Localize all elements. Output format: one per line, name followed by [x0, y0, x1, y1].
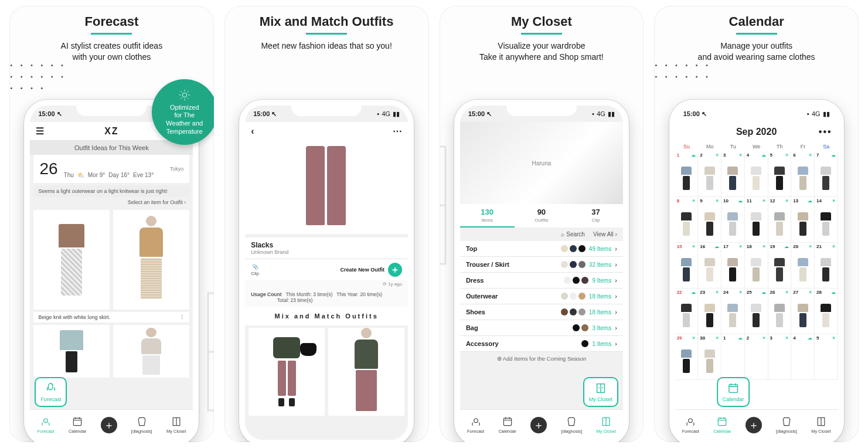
calendar-cell[interactable]: 13☁ — [791, 197, 815, 243]
more-icon[interactable]: ⋮ — [179, 314, 185, 320]
outfit-suggestions-2 — [30, 323, 193, 380]
month-label[interactable]: Sep 2020 — [736, 127, 777, 137]
calendar-cell[interactable]: 28☁ — [815, 289, 838, 334]
slot-title: Mix and Match Outfits — [230, 14, 423, 35]
calendar-cell[interactable]: 5☀ — [815, 334, 838, 380]
outfit-tile[interactable] — [328, 328, 404, 416]
calendar-cell[interactable]: 2☀ — [745, 334, 768, 380]
calendar-cell[interactable]: 14☀ — [815, 197, 838, 243]
outfit-tile[interactable] — [113, 325, 189, 378]
calendar-cell[interactable]: 26☀ — [768, 289, 792, 334]
calendar-cell[interactable]: 15☀ — [675, 243, 699, 289]
viewall-button[interactable]: View All › — [593, 231, 617, 237]
category-row[interactable]: Trouser / Skirt32 Items› — [460, 257, 623, 273]
category-row[interactable]: Outerwear18 Items› — [460, 289, 623, 304]
outfit-tile[interactable] — [33, 325, 110, 378]
segment-items[interactable]: 130Items — [460, 204, 515, 228]
category-row[interactable]: Top49 Items› — [460, 241, 623, 257]
calendar-cell[interactable]: 30☀ — [698, 334, 721, 380]
weather-card[interactable]: 26 Tokyo Thu ⛅ Mor 9° Day 16° Eve 13° — [33, 155, 189, 183]
calendar-cell[interactable]: 12☀ — [768, 197, 792, 243]
svg-point-17 — [44, 419, 48, 423]
calendar-cell[interactable]: 21☀ — [815, 243, 838, 289]
calendar-cell[interactable]: 18☀ — [745, 243, 768, 289]
float-tab-forecast[interactable]: Forecast — [35, 377, 67, 407]
svg-point-37 — [689, 419, 693, 423]
tab-closet[interactable]: My Closet — [596, 416, 615, 434]
tab-closet[interactable]: My Closet — [811, 416, 830, 434]
outfit-suggestions — [30, 208, 193, 312]
tab-calendar[interactable]: Calendar — [713, 416, 731, 434]
svg-point-33 — [686, 76, 687, 77]
dow: Thu — [64, 172, 74, 178]
calendar-cell[interactable]: 7☁ — [815, 151, 838, 197]
calendar-cell[interactable]: 27☀ — [791, 289, 815, 334]
calendar-cell[interactable]: 17☀ — [721, 243, 745, 289]
calendar-cell[interactable]: 11☀ — [745, 197, 768, 243]
svg-point-31 — [665, 76, 667, 77]
tab-closet[interactable]: My Closet — [166, 416, 186, 434]
select-item-link[interactable]: Select an item for Outfit › — [30, 197, 193, 208]
calendar-cell[interactable]: 1☁ — [675, 151, 699, 197]
svg-point-14 — [30, 87, 32, 89]
calendar-cell[interactable]: 16☁ — [698, 243, 721, 289]
segment-clip[interactable]: 37Clip — [569, 204, 623, 228]
calendar-cell[interactable]: 5☀ — [768, 151, 792, 197]
calendar-cell[interactable]: 20☀ — [791, 243, 815, 289]
tab-diagnosis[interactable]: [diagnosis] — [131, 416, 152, 434]
calendar-cell[interactable]: 19☁ — [768, 243, 792, 289]
tab-add[interactable]: ＋ — [530, 417, 547, 433]
more-icon[interactable]: ⋯ — [393, 125, 402, 137]
outfit-tile[interactable] — [113, 210, 189, 310]
calendar-cell[interactable]: 4☁ — [791, 334, 815, 380]
tab-forecast[interactable]: Forecast — [37, 416, 54, 434]
outfit-tile[interactable] — [249, 328, 325, 416]
float-tab-calendar[interactable]: Calendar — [717, 377, 750, 407]
category-row[interactable]: Accessory1 Items› — [460, 336, 623, 352]
tab-add[interactable]: ＋ — [101, 417, 117, 433]
category-row[interactable]: Shoes18 Items› — [460, 304, 623, 320]
calendar-cell[interactable]: 24☀ — [721, 289, 745, 334]
calendar-cell[interactable]: 9☀ — [698, 197, 721, 243]
category-row[interactable]: Dress9 Items› — [460, 273, 623, 289]
calendar-cell[interactable]: 29☀ — [675, 334, 699, 380]
tab-add[interactable]: ＋ — [746, 417, 762, 433]
item-image[interactable] — [245, 140, 408, 234]
calendar-cell[interactable]: 2☀ — [698, 151, 721, 197]
calendar-cell[interactable]: 23☀ — [698, 289, 721, 334]
segment-outfits[interactable]: 90Outfits — [515, 204, 569, 228]
calendar-cell[interactable]: 10☁ — [721, 197, 745, 243]
usage-stats: Usage Count This Month: 3 time(s) This Y… — [245, 288, 408, 307]
category-row[interactable]: Bag3 Items› — [460, 320, 623, 336]
clip-button[interactable]: 📎 Clip — [251, 264, 259, 276]
calendar-cell[interactable]: 3☀ — [768, 334, 792, 380]
tab-calendar[interactable]: Calendar — [498, 416, 516, 434]
back-icon[interactable]: ‹ — [251, 126, 254, 137]
closet-cover[interactable]: Haruna — [460, 122, 623, 204]
outfit-tile[interactable] — [33, 210, 110, 310]
create-outfit-button[interactable]: Create New Outfit ＋ — [341, 263, 403, 277]
calendar-cell[interactable]: 3☀ — [721, 151, 745, 197]
slot-title: My Closet — [445, 14, 638, 35]
float-tab-closet[interactable]: My Closet — [583, 377, 618, 407]
calendar-cell[interactable]: 4☁ — [745, 151, 768, 197]
tab-calendar[interactable]: Calendar — [69, 416, 86, 434]
tab-diagnosis[interactable]: [diagnosis] — [776, 416, 797, 434]
menu-icon[interactable]: ☰ — [36, 125, 44, 137]
tab-forecast[interactable]: Forecast — [682, 416, 699, 434]
tab-bar: Forecast Calendar ＋ [diagnosis] My Close… — [460, 409, 623, 440]
calendar-cell[interactable]: 8☀ — [675, 197, 699, 243]
weather-icon: ⛅ — [77, 172, 84, 178]
item-age: 1y ago — [388, 281, 402, 287]
phone-frame: 15:00 ↖ ▪ 4G ▮▮ Haruna 130Items 90Outfit… — [454, 100, 629, 442]
calendar-cell[interactable]: 25☁ — [745, 289, 768, 334]
tab-diagnosis[interactable]: [diagnosis] — [561, 416, 582, 434]
search-button[interactable]: ⌕ Search — [561, 231, 584, 237]
calendar-cell[interactable]: 22☁ — [675, 289, 699, 334]
more-icon[interactable]: ••• — [819, 127, 832, 137]
calendar-cell[interactable]: 1☁ — [721, 334, 745, 380]
tab-forecast[interactable]: Forecast — [467, 416, 484, 434]
calendar-cell[interactable]: 6☀ — [791, 151, 815, 197]
svg-point-15 — [41, 87, 43, 89]
add-season-link[interactable]: ⊕ Add Items for the Coming Season — [460, 352, 623, 365]
